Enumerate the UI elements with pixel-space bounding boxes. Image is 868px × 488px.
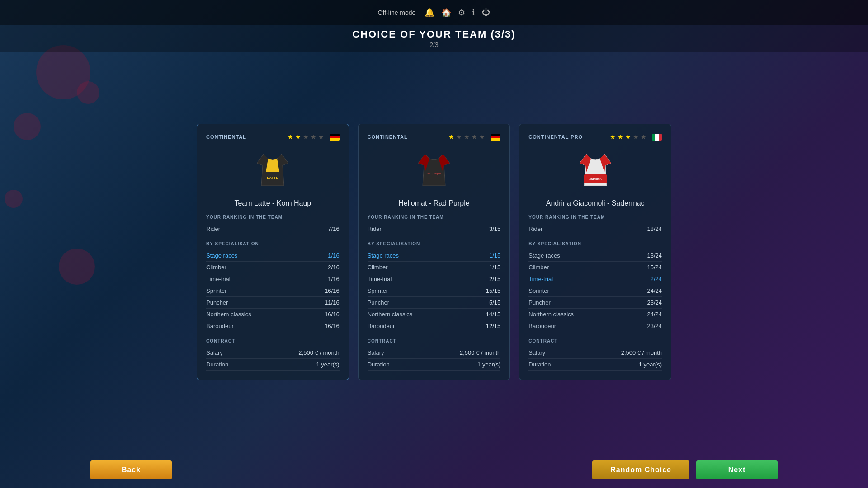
bell-icon[interactable]: 🔔 [425, 8, 434, 18]
specialisation-row: Baroudeur 23/24 [528, 320, 662, 332]
star-icon: ★ [472, 133, 477, 141]
spec-name: Sprinter [206, 287, 227, 294]
spec-name: Sprinter [368, 287, 388, 294]
spec-value: 12/15 [486, 323, 501, 329]
star-icon: ★ [448, 133, 454, 141]
specialisation-row: Sprinter 15/15 [368, 285, 501, 297]
tier-label: CONTINENTAL PRO [528, 134, 583, 140]
specialisation-row: Sprinter 16/16 [206, 285, 340, 297]
rider-ranking-row: Rider 7/16 [206, 223, 340, 235]
specialisation-row: Climber 2/16 [206, 262, 340, 273]
salary-label: Salary [368, 349, 384, 356]
card-header: CONTINENTAL PRO ★★★★★ [528, 133, 662, 141]
tier-label: CONTINENTAL [206, 134, 246, 140]
rider-value: 7/16 [328, 225, 339, 232]
team-card-1[interactable]: CONTINENTAL ★★★★★ LATTE Team Latte - Kor… [197, 124, 349, 380]
salary-label: Salary [528, 349, 545, 356]
jersey-container: LATTE [206, 147, 340, 192]
star-icon: ★ [456, 133, 462, 141]
specialisation-row: Time-trial 2/24 [528, 273, 662, 285]
salary-value: 2,500 € / month [298, 349, 339, 356]
specialisation-section-label: BY SPECIALISATION [528, 241, 662, 246]
specialisation-row: Sprinter 24/24 [528, 285, 662, 297]
star-icon: ★ [641, 133, 646, 141]
star-icon: ★ [618, 133, 623, 141]
specialisation-row: Stage races 1/16 [206, 250, 340, 262]
spec-value: 24/24 [647, 311, 662, 318]
spec-name: Northern classics [528, 311, 574, 318]
spec-name: Baroudeur [206, 323, 234, 329]
settings-icon[interactable]: ⚙ [458, 8, 465, 18]
specialisation-row: Northern classics 24/24 [528, 309, 662, 320]
spec-name: Baroudeur [528, 323, 556, 329]
spec-name: Northern classics [206, 311, 251, 318]
spec-value: 1/16 [328, 276, 339, 282]
star-icon: ★ [303, 133, 309, 141]
contract-section: CONTRACT Salary 2,500 € / month Duration… [206, 338, 340, 371]
card-header: CONTINENTAL ★★★★★ [368, 133, 501, 141]
flag-de [491, 134, 500, 141]
stars-container: ★★★★★ [288, 133, 340, 141]
contract-section-label: CONTRACT [368, 338, 501, 343]
jersey-container: ANDRINA [528, 147, 662, 192]
cards-container: CONTINENTAL ★★★★★ LATTE Team Latte - Kor… [197, 124, 671, 380]
home-icon[interactable]: 🏠 [441, 8, 451, 18]
spec-name: Climber [528, 264, 549, 271]
next-button[interactable]: Next [696, 460, 778, 479]
svg-text:LATTE: LATTE [267, 176, 279, 180]
rider-value: 3/15 [489, 225, 500, 232]
salary-row: Salary 2,500 € / month [528, 347, 662, 359]
salary-row: Salary 2,500 € / month [206, 347, 340, 359]
spec-value: 2/16 [328, 264, 339, 271]
page-title: CHOICE OF YOUR TEAM (3/3) [352, 28, 515, 40]
team-card-2[interactable]: CONTINENTAL ★★★★★ rad-purple Hellomat - … [358, 124, 510, 380]
spec-value: 2/24 [651, 276, 662, 282]
duration-label: Duration [368, 361, 390, 368]
star-icon: ★ [311, 133, 316, 141]
svg-text:rad-purple: rad-purple [427, 172, 441, 175]
spec-name: Baroudeur [368, 323, 395, 329]
stars-container: ★★★★★ [448, 133, 500, 141]
rider-ranking-row: Rider 3/15 [368, 223, 501, 235]
spec-name: Puncher [528, 299, 550, 306]
star-icon: ★ [295, 133, 301, 141]
team-name: Team Latte - Korn Haup [206, 199, 340, 207]
specialisation-section-label: BY SPECIALISATION [368, 241, 501, 246]
spec-value: 15/15 [486, 287, 501, 294]
specialisation-row: Time-trial 2/15 [368, 273, 501, 285]
top-icons: 🔔 🏠 ⚙ ℹ ⏻ [425, 8, 490, 18]
specialisation-row: Northern classics 16/16 [206, 309, 340, 320]
specialisation-row: Puncher 5/15 [368, 297, 501, 309]
duration-row: Duration 1 year(s) [528, 359, 662, 371]
page-header: CHOICE OF YOUR TEAM (3/3) 2/3 [0, 25, 868, 52]
specialisation-section-label: BY SPECIALISATION [206, 241, 340, 246]
duration-label: Duration [528, 361, 551, 368]
specialisation-row: Baroudeur 16/16 [206, 320, 340, 332]
spec-value: 1/15 [489, 252, 500, 259]
offline-mode-label: Off-line mode [378, 9, 416, 16]
specialisation-row: Climber 1/15 [368, 262, 501, 273]
random-choice-button[interactable]: Random Choice [592, 460, 689, 479]
spec-name: Northern classics [368, 311, 413, 318]
spec-name: Stage races [206, 252, 237, 259]
spec-name: Climber [368, 264, 388, 271]
back-button[interactable]: Back [90, 460, 172, 479]
info-icon[interactable]: ℹ [472, 8, 475, 18]
duration-row: Duration 1 year(s) [206, 359, 340, 371]
duration-value: 1 year(s) [316, 361, 339, 368]
star-icon: ★ [288, 133, 293, 141]
specialisation-row: Time-trial 1/16 [206, 273, 340, 285]
team-card-3[interactable]: CONTINENTAL PRO ★★★★★ ANDRINA Andrina Gi… [519, 124, 671, 380]
spec-name: Puncher [368, 299, 389, 306]
spec-value: 16/16 [325, 323, 340, 329]
page-pagination: 2/3 [429, 41, 438, 48]
power-icon[interactable]: ⏻ [482, 8, 490, 17]
rider-label: Rider [528, 225, 542, 232]
contract-section: CONTRACT Salary 2,500 € / month Duration… [528, 338, 662, 371]
spec-value: 13/24 [647, 252, 662, 259]
flag-it [652, 134, 662, 141]
spec-value: 15/24 [647, 264, 662, 271]
spec-value: 24/24 [647, 287, 662, 294]
salary-row: Salary 2,500 € / month [368, 347, 501, 359]
spec-value: 1/15 [489, 264, 500, 271]
